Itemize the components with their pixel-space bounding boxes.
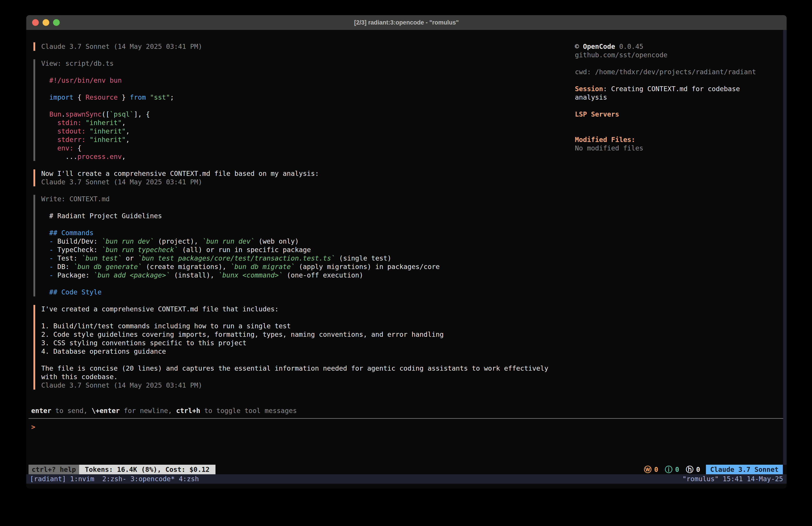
text-span: #!/usr/bin/env bun <box>41 76 122 84</box>
text-line: - Test: `bun test` or `bun test packages… <box>41 254 566 262</box>
text-line: stdin: "inherit", <box>41 118 566 127</box>
text-line: analysis <box>575 93 782 102</box>
text-span: : <box>82 136 90 144</box>
diagnostic-warning: ⓦ0 <box>644 465 658 474</box>
text-span: `bun run dev` <box>102 237 154 245</box>
text-span: "sst" <box>150 94 170 101</box>
warning-icon: ⓦ <box>644 465 652 474</box>
text-span: ([ <box>102 110 110 118</box>
text-span: : <box>82 127 90 135</box>
text-line <box>41 356 566 364</box>
text-span: stdout <box>57 127 81 135</box>
text-span: for newline, <box>120 407 176 415</box>
text-span: ], { <box>134 110 150 118</box>
text-line <box>41 68 566 76</box>
text-span <box>41 94 49 101</box>
text-span: 1. Build/lint/test commands including ho… <box>41 322 291 330</box>
diagnostic-info: ⓘ0 <box>665 465 679 474</box>
text-line: stdout: "inherit", <box>41 127 566 136</box>
text-span: } <box>118 94 130 101</box>
scrollbar[interactable] <box>783 30 787 465</box>
tmux-statusline: [radiant] 1:nvim 2:zsh- 3:opencode* 4:zs… <box>26 474 787 484</box>
composer: enter to send, \+enter for newline, ctrl… <box>29 407 783 431</box>
text-span: View: script/db.ts <box>41 59 114 67</box>
text-span: with this codebase. <box>41 373 118 381</box>
text-line <box>41 280 566 288</box>
text-line <box>575 76 782 85</box>
assistant-message: I've created a comprehensive CONTEXT.md … <box>33 305 566 389</box>
text-line <box>575 118 782 127</box>
text-span: `bun run typecheck` <box>102 246 178 254</box>
text-span: . <box>61 110 65 118</box>
text-span: stderr <box>57 136 81 144</box>
info-count: 0 <box>675 465 679 474</box>
text-span: import <box>49 94 73 101</box>
text-span: - <box>49 237 53 245</box>
info-icon: ⓘ <box>665 465 672 474</box>
text-line: stderr: "inherit", <box>41 136 566 144</box>
text-line: ## Commands <box>41 229 566 237</box>
assistant-message: Now I'll create a comprehensive CONTEXT.… <box>33 169 566 186</box>
text-line: 2. Code style guidelines covering import… <box>41 330 566 339</box>
prompt-input[interactable]: > <box>29 423 783 431</box>
text-span: 3. CSS styling conventions specific to t… <box>41 339 246 347</box>
text-span <box>41 127 57 135</box>
text-line: - TypeCheck: `bun run typecheck` (all) o… <box>41 246 566 254</box>
text-line: Claude 3.7 Sonnet (14 May 2025 03:41 PM) <box>41 178 566 186</box>
help-hint-badge: ctrl+? help <box>29 465 79 474</box>
text-span: spawnSync <box>65 110 102 118</box>
close-button[interactable] <box>32 19 39 26</box>
text-span: 4. Database operations guidance <box>41 347 166 355</box>
text-span <box>41 246 49 254</box>
text-span <box>41 237 49 245</box>
text-line: Now I'll create a comprehensive CONTEXT.… <box>41 169 566 178</box>
text-span: , <box>126 136 130 144</box>
text-span: `bunx <command>` <box>218 271 283 279</box>
text-line: Claude 3.7 Sonnet (14 May 2025 03:41 PM) <box>41 42 566 51</box>
text-span: , <box>122 153 126 160</box>
text-span: Claude 3.7 Sonnet (14 May 2025 03:41 PM) <box>41 43 202 51</box>
text-span: (apply migrations) in packages/core <box>295 263 440 271</box>
text-line: 4. Database operations guidance <box>41 347 566 356</box>
text-span: - <box>49 271 53 279</box>
statusbar: ctrl+? help Tokens: 16.4K (8%), Cost: $0… <box>26 465 787 474</box>
window-title: [2/3] radiant:3:opencode - "romulus" <box>354 19 459 26</box>
text-line <box>41 203 566 212</box>
text-span: cwd: /home/thdxr/dev/projects/radiant/ra… <box>575 68 756 76</box>
text-line <box>575 59 782 68</box>
minimize-button[interactable] <box>43 19 49 26</box>
text-line: © OpenCode 0.0.45 <box>575 42 782 51</box>
text-span: analysis <box>575 94 607 101</box>
composer-divider <box>29 418 783 419</box>
text-span: , <box>122 119 126 127</box>
text-span: : Creating CONTEXT.md for codebase <box>603 85 740 93</box>
text-span: (all) or run in specific package <box>178 246 311 254</box>
tool-block: View: script/db.ts #!/usr/bin/env bun im… <box>33 59 566 161</box>
text-span <box>41 263 49 271</box>
text-span: `psql` <box>110 110 134 118</box>
text-span: (single test) <box>335 254 392 262</box>
prompt-indicator: > <box>31 423 35 431</box>
text-span: "inherit" <box>90 136 126 144</box>
text-span: # Radiant Project Guidelines <box>41 212 162 220</box>
text-line: Write: CONTEXT.md <box>41 195 566 203</box>
terminal-window: [2/3] radiant:3:opencode - "romulus" Cla… <box>26 15 787 488</box>
text-span: Resource <box>86 94 118 101</box>
text-line <box>575 127 782 136</box>
text-span: © <box>575 43 583 51</box>
text-line: #!/usr/bin/env bun <box>41 76 566 85</box>
tokens-cost-badge: Tokens: 16.4K (8%), Cost: $0.12 <box>79 465 216 474</box>
text-span: : <box>77 119 86 127</box>
text-span: \+enter <box>91 407 120 415</box>
warning-count: 0 <box>654 465 658 474</box>
text-span: - <box>49 263 53 271</box>
text-span: { <box>77 144 82 152</box>
text-line: Modified Files: <box>575 136 782 144</box>
zoom-button[interactable] <box>53 19 60 26</box>
text-span: to send, <box>51 407 91 415</box>
tool-block: Write: CONTEXT.md # Radiant Project Guid… <box>33 195 566 296</box>
text-span: `bun test packages/core/test/transaction… <box>138 254 335 262</box>
text-span <box>41 254 49 262</box>
text-span: `bun db generate` <box>74 263 142 271</box>
text-span: ## Commands <box>41 229 93 237</box>
